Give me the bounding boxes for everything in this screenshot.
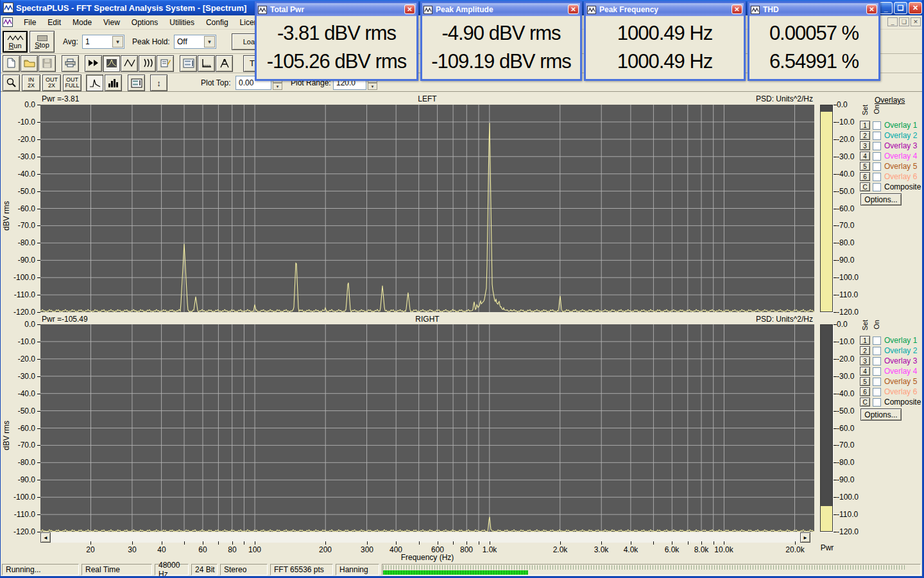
overlay-set-button-1[interactable]: 1: [860, 336, 870, 345]
spectrogram-display-button[interactable]: [139, 55, 156, 72]
overlay-set-button-2[interactable]: 2: [860, 131, 870, 140]
overlay-row: 2Overlay 2: [860, 130, 917, 141]
mdi-minimize-icon[interactable]: _: [887, 17, 898, 26]
calipers-button[interactable]: [216, 55, 233, 72]
display-options-button[interactable]: [128, 74, 145, 91]
overlay-options-button[interactable]: Options...: [860, 193, 902, 206]
overlay-on-checkbox-2[interactable]: [873, 347, 881, 355]
overlay-on-checkbox-5[interactable]: [873, 162, 881, 171]
menu-item-edit[interactable]: Edit: [42, 17, 67, 28]
open-file-button[interactable]: [21, 55, 38, 72]
avg-select[interactable]: 1 ▼: [82, 35, 124, 49]
meter-title-bar[interactable]: Total Pwr: [257, 3, 416, 16]
save-file-button[interactable]: [38, 55, 56, 72]
right-spectrum-plot[interactable]: [40, 324, 814, 532]
menu-item-file[interactable]: File: [18, 17, 42, 28]
display-options-button[interactable]: [180, 55, 197, 72]
narrowband-spectrum-button[interactable]: [86, 74, 103, 91]
meter-window-peak-frequency[interactable]: Peak Frequency✕1000.49 Hz1000.49 Hz: [584, 1, 746, 81]
minimize-icon[interactable]: _: [879, 2, 893, 14]
overlay-on-checkbox-c[interactable]: [873, 398, 881, 407]
close-icon[interactable]: ✕: [568, 4, 579, 14]
close-icon[interactable]: ✕: [866, 4, 877, 14]
left-psd-label: PSD: Units^2/Hz: [756, 94, 813, 103]
overlay-on-checkbox-6[interactable]: [873, 173, 881, 181]
meter-title-bar[interactable]: THD: [749, 3, 878, 16]
meter-title-bar[interactable]: Peak Amplitude: [422, 3, 580, 16]
restore-icon[interactable]: ❏: [894, 2, 907, 14]
vertical-scale-button[interactable]: ↕: [150, 74, 167, 91]
overlay-on-checkbox-4[interactable]: [873, 367, 881, 376]
fast-forward-button[interactable]: [85, 55, 102, 72]
meter-title-bar[interactable]: Peak Frequency: [586, 3, 744, 16]
scale-ruler-button[interactable]: [198, 55, 215, 72]
zoom-button[interactable]: [3, 74, 20, 91]
run-button[interactable]: Run: [3, 31, 28, 53]
overlay-on-checkbox-c[interactable]: [873, 183, 881, 191]
zoom-out-2x-button[interactable]: OUT 2X: [42, 74, 61, 91]
meter-window-thd[interactable]: THD✕0.00057 %6.54991 %: [748, 1, 880, 81]
overlay-set-button-5[interactable]: 5: [860, 377, 870, 386]
octave-bars-button[interactable]: [105, 74, 122, 91]
overlay-on-checkbox-6[interactable]: [873, 388, 881, 396]
y-tick-mark: [37, 174, 40, 175]
chevron-down-icon[interactable]: ▼: [204, 36, 215, 48]
calipers-icon: [219, 58, 230, 69]
menu-item-utilities[interactable]: Utilities: [164, 17, 200, 28]
overlay-set-button-6[interactable]: 6: [860, 387, 870, 396]
overlay-set-button-c[interactable]: C: [860, 398, 870, 407]
scroll-right-icon[interactable]: ►: [800, 532, 810, 543]
scroll-left-icon[interactable]: ◄: [40, 532, 51, 543]
overlay-set-button-1[interactable]: 1: [860, 121, 870, 130]
overlay-row: 4Overlay 4: [860, 151, 917, 161]
signal-notes-button[interactable]: [157, 55, 174, 72]
overlay-set-button-4[interactable]: 4: [860, 152, 870, 161]
spectrum-plot-display-button[interactable]: [103, 55, 120, 72]
window-icon: [751, 6, 760, 14]
overlay-set-button-2[interactable]: 2: [860, 346, 870, 355]
left-spectrum-plot[interactable]: [40, 105, 814, 312]
close-icon[interactable]: ✕: [909, 2, 922, 14]
meter-window-total-pwr[interactable]: Total Pwr✕-3.81 dBV rms-105.26 dBV rms: [255, 1, 418, 81]
overlay-set-button-4[interactable]: 4: [860, 367, 870, 376]
overlay-set-button-6[interactable]: 6: [860, 172, 870, 181]
close-icon[interactable]: ✕: [732, 4, 742, 14]
overlay-on-checkbox-4[interactable]: [873, 152, 881, 161]
overlay-options-button[interactable]: Options...: [860, 408, 902, 421]
new-file-button[interactable]: [3, 55, 20, 72]
overlay-set-button-3[interactable]: 3: [860, 356, 870, 365]
stop-button[interactable]: Stop: [30, 31, 55, 53]
time-series-display-button[interactable]: [121, 55, 138, 72]
overlay-set-button-3[interactable]: 3: [860, 141, 870, 150]
status-panel-fft-65536-pts: FFT 65536 pts: [270, 564, 333, 575]
overlay-set-button-5[interactable]: 5: [860, 162, 870, 171]
print-button[interactable]: [62, 55, 79, 72]
y-tick-mark-right: [834, 480, 837, 480]
menu-item-options[interactable]: Options: [126, 17, 164, 28]
meter-title: Total Pwr: [270, 5, 304, 14]
overlay-on-checkbox-3[interactable]: [873, 357, 881, 365]
y-tick-mark: [37, 411, 40, 412]
overlay-on-checkbox-5[interactable]: [873, 378, 881, 386]
overlay-on-checkbox-2[interactable]: [873, 132, 881, 140]
mdi-document-icon[interactable]: [3, 17, 13, 27]
mdi-restore-icon[interactable]: ❏: [899, 17, 909, 26]
horizontal-scrollbar[interactable]: ◄ ►: [40, 532, 810, 543]
menu-item-mode[interactable]: Mode: [67, 17, 98, 28]
mdi-close-icon[interactable]: ✕: [911, 17, 921, 26]
overlay-on-checkbox-3[interactable]: [873, 142, 881, 150]
zoom-in-2x-button[interactable]: IN 2X: [22, 74, 40, 91]
chevron-down-icon[interactable]: ▼: [112, 36, 123, 48]
zoom-out-full-button[interactable]: OUT FULL: [63, 74, 81, 91]
close-icon[interactable]: ✕: [404, 4, 415, 14]
y-tick-mark: [37, 428, 40, 429]
meter-window-peak-amplitude[interactable]: Peak Amplitude✕-4.90 dBV rms-109.19 dBV …: [420, 1, 582, 81]
overlay-on-checkbox-1[interactable]: [873, 121, 881, 130]
peak-hold-select[interactable]: Off ▼: [174, 35, 216, 49]
y-tick-mark: [37, 105, 40, 105]
overlay-on-checkbox-1[interactable]: [873, 337, 881, 345]
overlay-set-button-c[interactable]: C: [860, 182, 870, 191]
y-tick-mark-right: [834, 277, 837, 278]
menu-item-config[interactable]: Config: [200, 17, 234, 28]
menu-item-view[interactable]: View: [98, 17, 126, 28]
